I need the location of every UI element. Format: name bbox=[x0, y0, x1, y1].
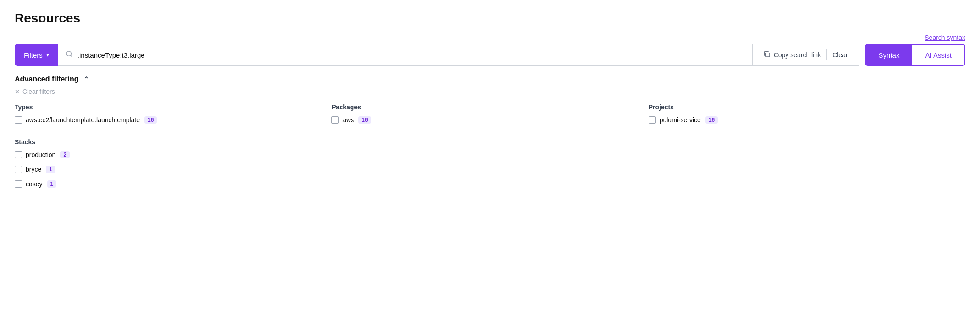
search-actions: Copy search link Clear bbox=[753, 44, 859, 66]
filters-button-label: Filters bbox=[24, 51, 43, 59]
stacks-badge-1: 1 bbox=[46, 166, 55, 173]
svg-line-1 bbox=[71, 55, 72, 57]
search-bar-row: Filters ▾ Copy search link Clear Syntax … bbox=[15, 44, 965, 66]
svg-rect-2 bbox=[765, 53, 769, 57]
clear-filters-row: ✕ Clear filters bbox=[15, 88, 965, 95]
projects-label-0: pulumi-service bbox=[660, 116, 701, 124]
clear-filters-label: Clear filters bbox=[22, 88, 55, 95]
close-icon: ✕ bbox=[15, 88, 20, 95]
types-column: Types aws:ec2/launchtemplate:launchtempl… bbox=[15, 103, 331, 127]
projects-checkbox-0[interactable] bbox=[649, 116, 656, 124]
projects-section-title: Projects bbox=[649, 103, 965, 111]
search-syntax-link[interactable]: Search syntax bbox=[925, 34, 965, 41]
search-syntax-link-row: Search syntax bbox=[15, 34, 965, 41]
vertical-divider bbox=[826, 49, 827, 60]
types-label-0: aws:ec2/launchtemplate:launchtemplate bbox=[26, 116, 140, 124]
stacks-section: Stacks production 2 bryce 1 casey 1 bbox=[15, 138, 965, 191]
packages-item-0: aws 16 bbox=[331, 116, 648, 124]
stacks-badge-2: 1 bbox=[47, 180, 57, 188]
stacks-checkbox-2[interactable] bbox=[15, 180, 22, 188]
copy-search-link-button[interactable]: Copy search link bbox=[760, 51, 825, 59]
stacks-item-0: production 2 bbox=[15, 151, 965, 158]
projects-column: Projects pulumi-service 16 bbox=[649, 103, 965, 127]
stacks-label-1: bryce bbox=[26, 166, 41, 173]
stacks-checkbox-1[interactable] bbox=[15, 166, 22, 173]
stacks-items: production 2 bryce 1 casey 1 bbox=[15, 151, 965, 191]
syntax-mode-button[interactable]: Syntax bbox=[866, 45, 913, 65]
search-input-wrapper bbox=[58, 44, 753, 66]
types-checkbox-0[interactable] bbox=[15, 116, 22, 124]
packages-badge-0: 16 bbox=[358, 116, 371, 124]
packages-checkbox-0[interactable] bbox=[331, 116, 339, 124]
stacks-badge-0: 2 bbox=[60, 151, 70, 158]
filters-button[interactable]: Filters ▾ bbox=[15, 44, 58, 66]
filter-columns: Types aws:ec2/launchtemplate:launchtempl… bbox=[15, 103, 965, 127]
page-title: Resources bbox=[15, 11, 965, 26]
stacks-section-title: Stacks bbox=[15, 138, 965, 146]
chevron-up-icon: ⌃ bbox=[83, 76, 89, 83]
types-section-title: Types bbox=[15, 103, 331, 111]
advanced-filtering-header[interactable]: Advanced filtering ⌃ bbox=[15, 75, 965, 83]
advanced-filtering-label: Advanced filtering bbox=[15, 75, 79, 83]
clear-button[interactable]: Clear bbox=[829, 51, 851, 59]
copy-icon bbox=[764, 51, 771, 59]
mode-toggle: Syntax AI Assist bbox=[865, 44, 965, 66]
packages-column: Packages aws 16 bbox=[331, 103, 648, 127]
packages-section-title: Packages bbox=[331, 103, 648, 111]
ai-assist-mode-button[interactable]: AI Assist bbox=[912, 45, 964, 65]
copy-search-link-label: Copy search link bbox=[774, 51, 821, 59]
projects-item-0: pulumi-service 16 bbox=[649, 116, 965, 124]
chevron-down-icon: ▾ bbox=[46, 52, 49, 58]
stacks-item-1: bryce 1 bbox=[15, 166, 965, 173]
stacks-label-0: production bbox=[26, 151, 55, 158]
stacks-item-2: casey 1 bbox=[15, 180, 965, 188]
packages-label-0: aws bbox=[342, 116, 354, 124]
stacks-label-2: casey bbox=[26, 180, 43, 188]
stacks-checkbox-0[interactable] bbox=[15, 151, 22, 158]
types-item-0: aws:ec2/launchtemplate:launchtemplate 16 bbox=[15, 116, 331, 124]
types-badge-0: 16 bbox=[144, 116, 157, 124]
projects-badge-0: 16 bbox=[705, 116, 718, 124]
search-icon bbox=[66, 50, 73, 60]
search-input[interactable] bbox=[77, 51, 745, 59]
